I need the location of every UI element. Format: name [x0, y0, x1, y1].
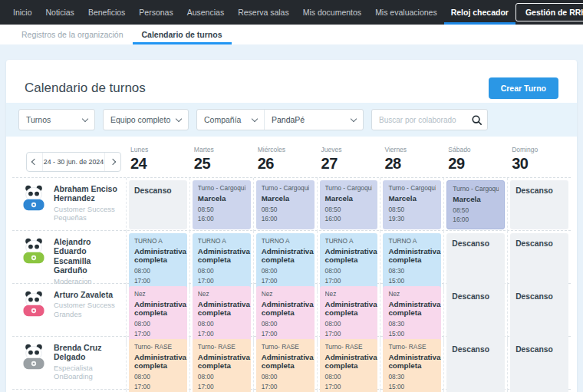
- rest-cell[interactable]: Descanso: [510, 286, 568, 343]
- gestion-rrhh-button[interactable]: Gestión de RRHH: [515, 3, 583, 21]
- nav-item-reserva-salas[interactable]: Reserva salas: [231, 0, 296, 25]
- shift-cell[interactable]: TURNO A Administrativa completa 08:0017:…: [129, 233, 187, 290]
- employee-role: Customer Success Pequeñas: [54, 205, 124, 222]
- panda-avatar: [20, 290, 48, 321]
- day-header-tuesday: Martes 25: [189, 146, 253, 173]
- employee-info[interactable]: Abraham Enciso Hernandez Customer Succes…: [12, 178, 126, 232]
- nav-item-inicio[interactable]: Inicio: [6, 0, 39, 25]
- panda-avatar: [20, 184, 48, 215]
- company-value-select[interactable]: PandaPé: [265, 110, 363, 130]
- shift-cell[interactable]: Nez Administrativa completa 08:0017:00: [256, 286, 315, 343]
- rest-cell[interactable]: Descanso: [510, 339, 568, 392]
- day-header-saturday: Sábado 29: [443, 146, 507, 173]
- create-shift-button[interactable]: Crear Turno: [489, 77, 558, 99]
- company-value: PandaPé: [272, 115, 305, 124]
- search-icon[interactable]: [471, 114, 483, 126]
- shift-cell[interactable]: Turno- RASE Administrativa completa 08:0…: [129, 339, 187, 392]
- day-header-monday: Lunes 24: [126, 146, 189, 173]
- day-header-sunday: Domingo 30: [507, 146, 571, 173]
- employee-row: Brenda Cruz Delgado Especialista OnBoard…: [12, 336, 571, 389]
- employee-info[interactable]: Arturo Zavaleta Customer Success Grandes: [12, 284, 126, 345]
- rest-cell[interactable]: Descanso: [129, 180, 187, 229]
- shift-cell[interactable]: TURNO A Administrativa completa 08:0017:…: [193, 233, 251, 290]
- employee-name: Brenda Cruz Delgado: [54, 343, 124, 362]
- section-tabs: Registros de la organización Calendario …: [0, 25, 583, 44]
- company-filter-group: Compañía PandaPé: [196, 109, 364, 130]
- shift-cell[interactable]: Turno - Cargoquin Marcela 08:5016:00: [193, 180, 251, 229]
- employee-row: Arturo Zavaleta Customer Success Grandes…: [12, 283, 571, 336]
- week-range-label: 24 - 30 jun. de 2024: [42, 153, 105, 171]
- nav-item-mis-evaluaciones[interactable]: Mis evaluaciones: [368, 0, 444, 25]
- rest-cell[interactable]: Descanso: [446, 339, 505, 392]
- previous-week-button[interactable]: [27, 153, 42, 171]
- search-input[interactable]: [379, 116, 468, 124]
- employee-info[interactable]: Brenda Cruz Delgado Especialista OnBoard…: [12, 337, 126, 392]
- shift-filter-select[interactable]: Turnos: [18, 109, 95, 130]
- rest-cell[interactable]: Descanso: [510, 180, 568, 229]
- chevron-down-icon: [176, 115, 182, 121]
- tab-calendario-turnos[interactable]: Calendario de turnos: [133, 25, 232, 44]
- calendar-header-row: 24 - 30 jun. de 2024 Lunes 24 Martes 25 …: [12, 137, 571, 177]
- panda-avatar: [20, 237, 48, 268]
- rest-cell[interactable]: Descanso: [446, 286, 505, 343]
- nav-item-noticias[interactable]: Noticias: [39, 0, 81, 25]
- shift-cell[interactable]: Nez Administrativa completa 08:0017:00: [320, 286, 378, 343]
- nav-item-ausencias[interactable]: Ausencias: [180, 0, 231, 25]
- week-navigator: 24 - 30 jun. de 2024: [26, 152, 121, 172]
- shift-cell[interactable]: Nez Administrativa completa 08:3015:00: [383, 286, 441, 343]
- shift-cell-selected[interactable]: Turno - Cargoquin Marcela 08:5016:00: [446, 180, 505, 229]
- shift-cell[interactable]: TURNO A Administrativa completa 08:0017:…: [320, 233, 378, 290]
- employee-row: Abraham Enciso Hernandez Customer Succes…: [12, 177, 571, 230]
- page-title: Calendario de turnos: [25, 81, 146, 96]
- employee-name: Abraham Enciso Hernandez: [54, 184, 124, 203]
- shift-cell[interactable]: Nez Administrativa completa 08:0017:00: [129, 286, 187, 343]
- next-week-button[interactable]: [105, 153, 120, 171]
- employee-role: Customer Success Grandes: [54, 301, 124, 318]
- nav-item-reloj-checador[interactable]: Reloj checador: [444, 0, 515, 25]
- chevron-down-icon: [252, 115, 258, 121]
- filters-bar: Turnos Equipo completo Compañía PandaPé: [6, 103, 577, 137]
- day-header-thursday: Jueves 27: [317, 146, 380, 173]
- top-navigation: Inicio Noticias Beneficios Personas Ause…: [0, 0, 583, 25]
- shift-cell[interactable]: Turno - Cargoquin Marcela 08:5016:00: [320, 180, 378, 229]
- company-type-select[interactable]: Compañía: [197, 110, 265, 130]
- chevron-left-icon: [31, 159, 38, 165]
- shift-cell[interactable]: Turno - Cargoquin Marcela 08:5019:30: [383, 180, 441, 229]
- shift-cell[interactable]: Turno- RASE Administrativa completa 08:3…: [383, 339, 441, 392]
- employee-name: Alejandro Eduardo Escamilla Garduño: [54, 237, 124, 275]
- day-header-friday: Viernes 28: [380, 146, 443, 173]
- company-type-value: Compañía: [204, 115, 241, 124]
- chevron-down-icon: [351, 115, 357, 121]
- shift-cell[interactable]: TURNO A Administrativa completa 08:3015:…: [383, 233, 441, 290]
- shift-cell[interactable]: Turno- RASE Administrativa completa 08:0…: [193, 339, 251, 392]
- team-filter-select[interactable]: Equipo completo: [103, 109, 189, 130]
- shift-cell[interactable]: Turno- RASE Administrativa completa 08:0…: [256, 339, 315, 392]
- employee-role: Especialista OnBoarding: [54, 364, 124, 381]
- employee-info[interactable]: Alejandro Eduardo Escamilla Garduño Mode…: [12, 231, 126, 292]
- shift-cell[interactable]: Nez Administrativa completa 08:0017:00: [193, 286, 251, 343]
- card-header: Calendario de turnos Crear Turno: [6, 60, 577, 103]
- shift-cell[interactable]: Turno- RASE Administrativa completa 08:0…: [320, 339, 378, 392]
- nav-item-personas[interactable]: Personas: [132, 0, 180, 25]
- calendar: 24 - 30 jun. de 2024 Lunes 24 Martes 25 …: [6, 137, 577, 392]
- tab-registros-organizacion[interactable]: Registros de la organización: [12, 25, 133, 44]
- panda-avatar: [20, 343, 48, 374]
- team-filter-value: Equipo completo: [110, 115, 170, 124]
- search-box: [371, 109, 488, 130]
- employee-row: Alejandro Eduardo Escamilla Garduño Mode…: [12, 230, 571, 283]
- shift-cell[interactable]: Turno - Cargoquin Marcela 08:5016:00: [256, 180, 315, 229]
- employee-row-partial: [12, 389, 571, 392]
- rest-cell[interactable]: Descanso: [510, 233, 568, 290]
- nav-item-mis-documentos[interactable]: Mis documentos: [296, 0, 368, 25]
- chevron-down-icon: [82, 115, 88, 121]
- day-header-wednesday: Miércoles 26: [253, 146, 317, 173]
- shift-filter-value: Turnos: [26, 115, 51, 124]
- week-navigator-cell: 24 - 30 jun. de 2024: [12, 146, 126, 173]
- chevron-right-icon: [110, 159, 116, 165]
- shift-cell[interactable]: TURNO A Administrativa completa 08:0017:…: [256, 233, 315, 290]
- rest-cell[interactable]: Descanso: [446, 233, 505, 290]
- nav-item-beneficios[interactable]: Beneficios: [81, 0, 132, 25]
- employee-name: Arturo Zavaleta: [54, 290, 124, 299]
- shift-calendar-card: Calendario de turnos Crear Turno Turnos …: [6, 60, 577, 392]
